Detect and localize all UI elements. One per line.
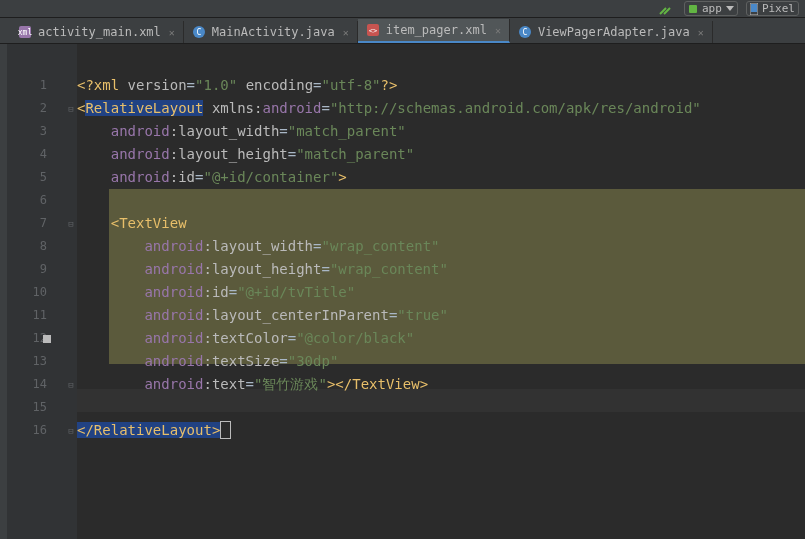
- code-line: <RelativeLayout xmlns:android="http://sc…: [77, 97, 805, 120]
- device-dropdown[interactable]: Pixel: [746, 1, 799, 16]
- tab-main-activity[interactable]: C MainActivity.java ✕: [184, 21, 358, 43]
- svg-text:xml: xml: [18, 28, 32, 37]
- tab-label: MainActivity.java: [212, 25, 335, 39]
- code-line: android:textSize="30dp": [77, 350, 805, 373]
- left-scrollbar[interactable]: [0, 44, 7, 539]
- line-number: 10: [7, 281, 65, 304]
- svg-text:C: C: [522, 28, 527, 37]
- code-line: android:layout_height="wrap_content": [77, 258, 805, 281]
- java-class-icon: C: [192, 25, 206, 39]
- code-line: android:text="智竹游戏"></TextView>: [77, 373, 805, 396]
- fold-marker: [65, 120, 77, 143]
- line-number: 16: [7, 419, 65, 442]
- line-number: 12: [7, 327, 65, 350]
- line-number: 8: [7, 235, 65, 258]
- tab-label: ViewPagerAdapter.java: [538, 25, 690, 39]
- fold-marker: [65, 304, 77, 327]
- tab-viewpager-adapter[interactable]: C ViewPagerAdapter.java ✕: [510, 21, 713, 43]
- line-number: 9: [7, 258, 65, 281]
- fold-end-icon[interactable]: ⊟: [65, 373, 77, 396]
- line-number: 15: [7, 396, 65, 419]
- code-line: android:textColor="@color/black": [77, 327, 805, 350]
- code-line: android:id="@+id/container">: [77, 166, 805, 189]
- code-line: [77, 396, 805, 419]
- svg-rect-4: [751, 4, 757, 12]
- fold-toggle-icon[interactable]: ⊟: [65, 212, 77, 235]
- line-number: 1: [7, 74, 65, 97]
- close-icon[interactable]: ✕: [167, 27, 175, 38]
- line-number: 6: [7, 189, 65, 212]
- fold-marker: [65, 258, 77, 281]
- line-number: 11: [7, 304, 65, 327]
- fold-marker: [65, 396, 77, 419]
- line-number: 3: [7, 120, 65, 143]
- code-line: android:id="@+id/tvTitle": [77, 281, 805, 304]
- fold-marker: [65, 143, 77, 166]
- tab-label: item_pager.xml: [386, 23, 487, 37]
- code-line: [77, 189, 805, 212]
- device-label: Pixel: [762, 2, 795, 15]
- line-number: 7: [7, 212, 65, 235]
- fold-toggle-icon[interactable]: ⊟: [65, 97, 77, 120]
- tab-item-pager[interactable]: <> item_pager.xml ✕: [358, 19, 510, 43]
- code-line: <TextView: [77, 212, 805, 235]
- tab-activity-main[interactable]: xml activity_main.xml ✕: [10, 21, 184, 43]
- fold-marker: [65, 166, 77, 189]
- line-number: 13: [7, 350, 65, 373]
- chevron-down-icon: [726, 6, 734, 12]
- svg-text:C: C: [196, 28, 201, 37]
- editor-tabs: xml activity_main.xml ✕ C MainActivity.j…: [0, 18, 805, 44]
- line-number: 4: [7, 143, 65, 166]
- fold-marker: [65, 235, 77, 258]
- svg-text:<>: <>: [369, 27, 377, 35]
- code-line: </RelativeLayout>: [77, 419, 805, 442]
- code-line: <?xml version="1.0" encoding="utf-8"?>: [77, 74, 805, 97]
- code-line: android:layout_centerInParent="true": [77, 304, 805, 327]
- line-number-gutter: 1 2 3 4 5 6 7 8 9 10 11 12 13 14 15 16: [7, 44, 65, 539]
- line-number: 14: [7, 373, 65, 396]
- close-icon[interactable]: ✕: [696, 27, 704, 38]
- close-icon[interactable]: ✕: [493, 25, 501, 36]
- toolbar: app Pixel: [0, 0, 805, 18]
- code-editor[interactable]: <?xml version="1.0" encoding="utf-8"?> <…: [77, 44, 805, 539]
- xml-file-icon: xml: [18, 25, 32, 39]
- tab-label: activity_main.xml: [38, 25, 161, 39]
- search-action-icon[interactable]: [654, 2, 676, 16]
- java-class-icon: C: [518, 25, 532, 39]
- code-line: android:layout_height="match_parent": [77, 143, 805, 166]
- fold-end-icon[interactable]: ⊟: [65, 419, 77, 442]
- svg-rect-2: [689, 5, 697, 13]
- editor-area: 1 2 3 4 5 6 7 8 9 10 11 12 13 14 15 16 ⊟…: [0, 44, 805, 539]
- bookmark-icon[interactable]: [43, 335, 51, 343]
- fold-marker: [65, 281, 77, 304]
- fold-marker: [65, 350, 77, 373]
- fold-marker: [65, 189, 77, 212]
- line-number: 2: [7, 97, 65, 120]
- line-number: 5: [7, 166, 65, 189]
- fold-marker: [65, 327, 77, 350]
- run-config-label: app: [702, 2, 722, 15]
- run-config-dropdown[interactable]: app: [684, 1, 738, 16]
- code-line: android:layout_width="match_parent": [77, 120, 805, 143]
- text-cursor: [220, 421, 230, 439]
- close-icon[interactable]: ✕: [341, 27, 349, 38]
- fold-gutter: ⊟ ⊟ ⊟ ⊟: [65, 44, 77, 539]
- xml-layout-icon: <>: [366, 23, 380, 37]
- fold-marker: [65, 74, 77, 97]
- code-line: android:layout_width="wrap_content": [77, 235, 805, 258]
